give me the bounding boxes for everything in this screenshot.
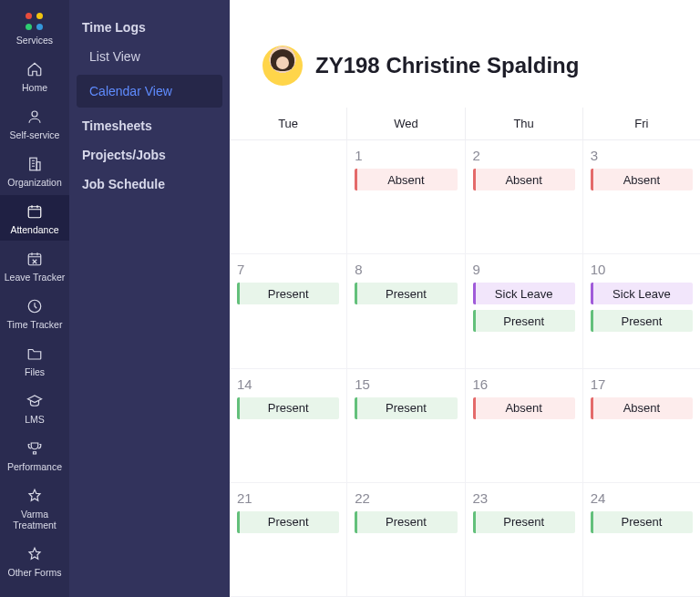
brand-dots-icon [26, 13, 44, 31]
day-of-week: Thu [465, 108, 582, 139]
rail-label: Home [22, 82, 47, 93]
rail-label: Self-service [10, 129, 60, 140]
status-badge-sick[interactable]: Sick Leave [473, 283, 575, 304]
status-badge-present[interactable]: Present [237, 511, 339, 533]
svg-rect-4 [28, 254, 41, 265]
status-badge-present[interactable]: Present [237, 283, 339, 304]
home-icon [26, 60, 44, 78]
secondary-nav: Time Logs List View Calendar View Timesh… [69, 0, 230, 597]
calendar-cell[interactable]: 9Sick LeavePresent [465, 254, 582, 367]
avatar[interactable] [262, 46, 303, 86]
status-badge-present[interactable]: Present [355, 511, 457, 533]
main-content: ZY198 Christine Spalding Tue Wed Thu Fri… [230, 0, 700, 597]
rail-label: Files [25, 366, 45, 377]
rail-item-attendance[interactable]: Attendance [0, 195, 69, 241]
rail-item-organization[interactable]: Organization [0, 148, 69, 193]
calendar-cell[interactable]: 23Present [465, 483, 582, 596]
cell-date: 21 [237, 490, 339, 506]
status-badge-absent[interactable]: Absent [591, 397, 693, 419]
calendar: Tue Wed Thu Fri 1Absent2Absent3Absent7Pr… [230, 108, 700, 597]
calendar-cell[interactable]: 1Absent [346, 140, 464, 253]
calendar-cell[interactable]: 10Sick LeavePresent [582, 254, 700, 367]
day-of-week: Wed [346, 108, 464, 139]
calendar-x-icon [26, 250, 44, 268]
star-icon [26, 487, 44, 505]
cell-date: 16 [473, 376, 575, 392]
subnav-item-calendar-view[interactable]: Calendar View [77, 75, 222, 108]
star-icon [26, 545, 44, 563]
rail-label: LMS [25, 414, 45, 425]
status-badge-absent[interactable]: Absent [355, 169, 457, 190]
subnav-item-list-view[interactable]: List View [69, 40, 230, 73]
rail-item-files[interactable]: Files [0, 337, 69, 383]
calendar-cell[interactable]: 21Present [230, 483, 346, 596]
calendar-cell[interactable]: 22Present [346, 483, 464, 596]
status-badge-present[interactable]: Present [591, 310, 693, 332]
calendar-cell[interactable]: 14Present [230, 369, 346, 482]
rail-item-varma-treatment[interactable]: Varma Treatment [0, 479, 69, 536]
subnav-group-job-schedule[interactable]: Job Schedule [69, 168, 230, 197]
calendar-cell[interactable]: 24Present [582, 483, 700, 596]
svg-rect-3 [28, 207, 41, 218]
calendar-header-row: Tue Wed Thu Fri [230, 108, 700, 140]
cell-date: 15 [355, 376, 457, 392]
cell-date: 24 [591, 490, 693, 506]
rail-label: Time Tracker [7, 319, 63, 330]
rail-item-services[interactable]: Services [0, 5, 69, 51]
cell-date: 3 [591, 148, 693, 163]
rail-label: Services [16, 35, 53, 46]
status-badge-absent[interactable]: Absent [473, 169, 575, 190]
rail-item-home[interactable]: Home [0, 53, 69, 98]
rail-item-other-forms[interactable]: Other Forms [0, 538, 69, 583]
person-icon [26, 108, 44, 126]
subnav-group-projects-jobs[interactable]: Projects/Jobs [69, 139, 230, 168]
calendar-cell[interactable]: 16Absent [465, 369, 582, 482]
status-badge-present[interactable]: Present [591, 511, 693, 533]
calendar-cell[interactable]: 8Present [346, 254, 464, 367]
clock-icon [26, 297, 44, 315]
calendar-cell[interactable]: 15Present [346, 369, 464, 482]
subnav-group-time-logs[interactable]: Time Logs [69, 11, 230, 40]
user-header: ZY198 Christine Spalding [230, 0, 700, 108]
rail-label: Leave Tracker [5, 272, 66, 283]
cell-date: 10 [591, 262, 693, 277]
rail-item-leave-tracker[interactable]: Leave Tracker [0, 242, 69, 288]
cell-date: 23 [473, 490, 575, 506]
rail-label: Attendance [10, 224, 58, 235]
calendar-cell[interactable]: 7Present [230, 254, 346, 367]
cell-date: 14 [237, 376, 339, 392]
calendar-cell[interactable] [230, 140, 346, 253]
subnav-group-timesheets[interactable]: Timesheets [69, 109, 230, 139]
calendar-cell[interactable]: 3Absent [582, 140, 700, 253]
status-badge-absent[interactable]: Absent [473, 397, 575, 419]
calendar-check-icon [26, 202, 44, 221]
status-badge-sick[interactable]: Sick Leave [591, 283, 693, 304]
user-display-name: ZY198 Christine Spalding [315, 53, 579, 78]
status-badge-present[interactable]: Present [355, 283, 457, 304]
cell-date: 7 [237, 262, 339, 277]
rail-item-performance[interactable]: Performance [0, 432, 69, 478]
cell-date: 1 [355, 148, 457, 163]
rail-item-self-service[interactable]: Self-service [0, 100, 69, 146]
rail-item-lms[interactable]: LMS [0, 385, 69, 430]
status-badge-absent[interactable]: Absent [591, 169, 693, 190]
rail-item-time-tracker[interactable]: Time Tracker [0, 290, 69, 335]
status-badge-present[interactable]: Present [473, 310, 575, 332]
status-badge-present[interactable]: Present [237, 397, 339, 419]
cell-date: 17 [591, 376, 693, 392]
cell-date: 22 [355, 490, 457, 506]
status-badge-present[interactable]: Present [355, 397, 457, 419]
building-icon [26, 155, 44, 173]
graduation-icon [26, 392, 44, 410]
status-badge-present[interactable]: Present [473, 511, 575, 533]
calendar-cell[interactable]: 17Absent [582, 369, 700, 482]
cell-date: 9 [473, 262, 575, 277]
rail-label: Other Forms [8, 567, 62, 578]
trophy-icon [26, 439, 44, 458]
svg-rect-2 [36, 162, 40, 170]
rail-label: Organization [7, 177, 62, 188]
svg-rect-1 [30, 158, 37, 170]
calendar-cell[interactable]: 2Absent [465, 140, 582, 253]
rail-label: Performance [7, 461, 62, 472]
rail-label: Varma Treatment [0, 509, 69, 530]
